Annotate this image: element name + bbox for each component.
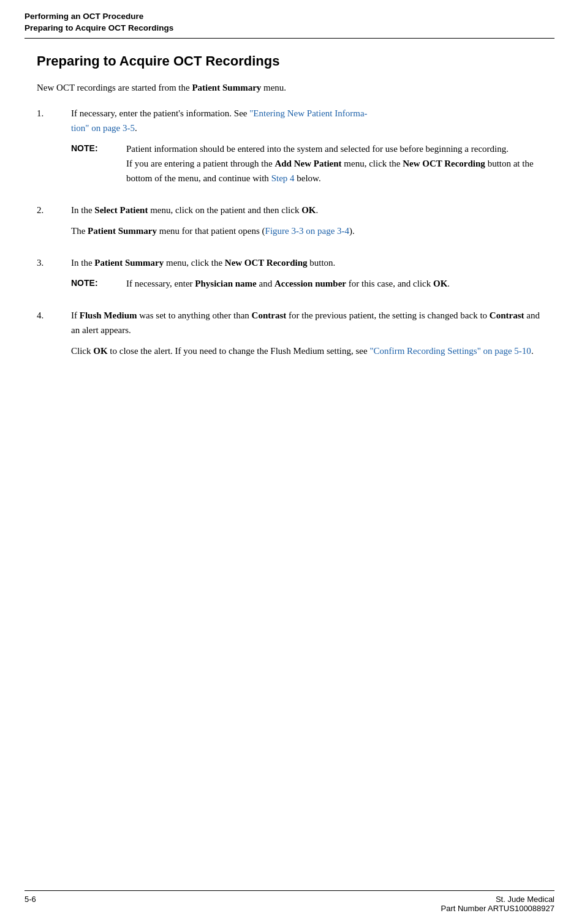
page-header: Performing an OCT Procedure Preparing to… bbox=[0, 0, 579, 34]
header-line2: Preparing to Acquire OCT Recordings bbox=[25, 23, 554, 34]
step3-note-label: NOTE: bbox=[71, 276, 126, 291]
step-2-subtext: The Patient Summary menu for that patien… bbox=[71, 223, 542, 238]
step-3-number: 3. bbox=[37, 255, 71, 297]
step2-bold2: OK bbox=[301, 205, 316, 215]
step-4-block: 4. If Flush Medium was set to anything o… bbox=[37, 308, 542, 364]
step-3-content: In the Patient Summary menu, click the N… bbox=[71, 255, 542, 297]
main-content: Preparing to Acquire OCT Recordings New … bbox=[0, 39, 579, 400]
step-1-text: If necessary, enter the patient's inform… bbox=[71, 106, 542, 135]
step-4-content: If Flush Medium was set to anything othe… bbox=[71, 308, 542, 364]
step1-note-bold1: Add New Patient bbox=[274, 159, 341, 168]
step-4-number: 4. bbox=[37, 308, 71, 364]
step-2-block: 2. In the Select Patient menu, click on … bbox=[37, 203, 542, 244]
step-4-text-p1: If Flush Medium was set to anything othe… bbox=[71, 308, 542, 337]
step1-text-after-link: . bbox=[135, 123, 137, 133]
step-4-text-p2: Click OK to close the alert. If you need… bbox=[71, 344, 542, 358]
footer-part-number: Part Number ARTUS100088927 bbox=[441, 904, 554, 913]
intro-paragraph: New OCT recordings are started from the … bbox=[37, 80, 542, 95]
intro-text-after: menu. bbox=[261, 83, 286, 92]
step1-text-before-link: If necessary, enter the patient's inform… bbox=[71, 108, 249, 118]
step-3-block: 3. In the Patient Summary menu, click th… bbox=[37, 255, 542, 297]
step-3-text: In the Patient Summary menu, click the N… bbox=[71, 255, 542, 270]
step3-bold2: New OCT Recording bbox=[225, 258, 308, 268]
step4-bold2: Contrast bbox=[252, 310, 287, 320]
step4-bold1: Flush Medium bbox=[80, 310, 137, 320]
page-section-title: Preparing to Acquire OCT Recordings bbox=[37, 53, 542, 69]
step3-note-bold2: Accession number bbox=[274, 279, 346, 288]
step1-note-bold2: New OCT Recording bbox=[403, 159, 485, 168]
footer-company: St. Jude Medical bbox=[441, 895, 554, 904]
step2-sub-bold: Patient Summary bbox=[88, 226, 157, 236]
step-1-content: If necessary, enter the patient's inform… bbox=[71, 106, 542, 192]
step3-note-text: If necessary, enter Physician name and A… bbox=[126, 276, 542, 291]
intro-bold: Patient Summary bbox=[192, 83, 261, 92]
header-line1: Performing an OCT Procedure bbox=[25, 11, 554, 23]
step-2-content: In the Select Patient menu, click on the… bbox=[71, 203, 542, 244]
step4-bold3: Contrast bbox=[490, 310, 524, 320]
step1-note-block: NOTE: Patient information should be ente… bbox=[71, 141, 542, 186]
step4-bold4: OK bbox=[93, 346, 107, 356]
step1-note-link[interactable]: Step 4 bbox=[271, 173, 295, 183]
footer-right: St. Jude Medical Part Number ARTUS100088… bbox=[441, 895, 554, 913]
footer-page-number: 5-6 bbox=[25, 895, 36, 913]
step3-note-bold1: Physician name bbox=[195, 279, 256, 288]
step-1-number: 1. bbox=[37, 106, 71, 192]
step2-bold1: Select Patient bbox=[94, 205, 148, 215]
step3-bold1: Patient Summary bbox=[94, 258, 164, 268]
step2-figure-link[interactable]: Figure 3-3 on page 3-4 bbox=[265, 226, 349, 236]
step3-note-bold3: OK bbox=[433, 279, 447, 288]
page-footer: 5-6 St. Jude Medical Part Number ARTUS10… bbox=[25, 890, 554, 913]
step-2-text: In the Select Patient menu, click on the… bbox=[71, 203, 542, 217]
intro-text-before: New OCT recordings are started from the bbox=[37, 83, 192, 92]
step1-note-label: NOTE: bbox=[71, 141, 126, 186]
step1-note-text: Patient information should be entered in… bbox=[126, 141, 542, 186]
step3-note-block: NOTE: If necessary, enter Physician name… bbox=[71, 276, 542, 291]
step4-link[interactable]: "Confirm Recording Settings" on page 5-1… bbox=[369, 346, 531, 356]
step-2-number: 2. bbox=[37, 203, 71, 244]
step-1-block: 1. If necessary, enter the patient's inf… bbox=[37, 106, 542, 192]
